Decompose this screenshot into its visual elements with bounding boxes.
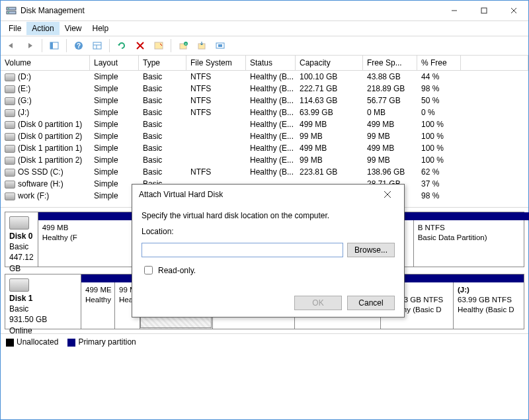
grid-header: Volume Layout Type File System Status Ca… <box>1 56 528 71</box>
refresh-icon[interactable] <box>114 38 130 54</box>
volume-row[interactable]: (E:)SimpleBasicNTFSHealthy (B...222.71 G… <box>1 83 528 95</box>
toolbar: ? + <box>1 36 528 56</box>
volume-grid: Volume Layout Type File System Status Ca… <box>1 56 528 202</box>
drive-icon <box>5 85 15 93</box>
partition[interactable]: 499 MBHealthy (F <box>38 220 79 267</box>
partition[interactable]: 499 MEHealthy <box>81 282 114 329</box>
legend: Unallocated Primary partition <box>1 333 528 350</box>
volume-row[interactable]: (J:)SimpleBasicNTFSHealthy (B...63.99 GB… <box>1 106 528 118</box>
disk-label[interactable]: Disk 1Basic931.50 GBOnline <box>5 274 81 329</box>
location-label: Location: <box>142 227 395 236</box>
svg-point-2 <box>8 8 9 9</box>
dialog-title: Attach Virtual Hard Disk <box>139 190 378 199</box>
svg-rect-17 <box>155 42 163 49</box>
col-capacity[interactable]: Capacity <box>296 56 363 70</box>
drive-icon <box>5 109 15 117</box>
ok-button[interactable]: OK <box>294 296 342 310</box>
volume-row[interactable]: (Disk 1 partition 1)SimpleBasicHealthy (… <box>1 142 528 154</box>
readonly-checkbox-input[interactable] <box>144 266 153 274</box>
col-status[interactable]: Status <box>246 56 296 70</box>
close-button[interactable] <box>499 1 528 21</box>
menu-file[interactable]: File <box>3 22 26 35</box>
svg-rect-5 <box>481 8 487 13</box>
col-layout[interactable]: Layout <box>90 56 139 70</box>
drive-icon <box>5 192 15 200</box>
window-title: Disk Management <box>20 6 439 15</box>
dialog-instruction: Specify the virtual hard disk location o… <box>142 211 395 220</box>
detach-vhd-icon[interactable] <box>212 38 228 54</box>
col-fs[interactable]: File System <box>186 56 246 70</box>
volume-row[interactable]: (G:)SimpleBasicNTFSHealthy (B...114.63 G… <box>1 95 528 106</box>
volume-row[interactable]: (D:)SimpleBasicNTFSHealthy (B...100.10 G… <box>1 71 528 83</box>
disk-icon <box>9 216 29 230</box>
attach-vhd-dialog: Attach Virtual Hard Disk Specify the vir… <box>132 184 405 317</box>
menu-action[interactable]: Action <box>26 22 59 35</box>
partition[interactable]: B NTFSBasic Data Partition) <box>413 220 529 267</box>
forward-button[interactable] <box>22 38 38 54</box>
svg-rect-9 <box>50 42 53 49</box>
volume-row[interactable]: (Disk 1 partition 2)SimpleBasicHealthy (… <box>1 154 528 166</box>
drive-icon <box>5 73 15 81</box>
titlebar: Disk Management <box>1 1 528 21</box>
attach-vhd-icon[interactable] <box>194 38 210 54</box>
disk-label[interactable]: Disk 0Basic447.12 GBOnline <box>5 212 38 267</box>
col-free[interactable]: Free Sp... <box>363 56 417 70</box>
drive-icon <box>5 121 15 129</box>
col-pct[interactable]: % Free <box>417 56 461 70</box>
legend-unallocated: Unallocated <box>6 337 58 347</box>
partition[interactable]: (J:)63.99 GB NTFSHealthy (Basic D <box>453 282 523 329</box>
svg-text:?: ? <box>77 42 81 50</box>
help-icon[interactable]: ? <box>71 38 87 54</box>
menu-help[interactable]: Help <box>87 22 114 35</box>
volume-row[interactable]: OS SSD (C:)SimpleBasicNTFSHealthy (B...2… <box>1 166 528 178</box>
readonly-label: Read-only. <box>158 266 196 275</box>
back-button[interactable] <box>3 38 19 54</box>
drive-icon <box>5 181 15 189</box>
drive-icon <box>5 157 15 165</box>
svg-point-3 <box>8 12 9 13</box>
app-icon <box>6 5 17 16</box>
view-icon[interactable] <box>89 38 105 54</box>
drive-icon <box>5 169 15 177</box>
legend-primary: Primary partition <box>67 337 136 347</box>
maximize-button[interactable] <box>469 1 499 21</box>
svg-rect-12 <box>93 42 101 49</box>
delete-icon[interactable] <box>132 38 148 54</box>
menubar: File Action View Help <box>1 21 528 36</box>
disk-icon <box>9 278 29 292</box>
col-spacer <box>461 56 528 70</box>
drive-icon <box>5 145 15 153</box>
dialog-close-button[interactable] <box>378 185 397 204</box>
dialog-titlebar: Attach Virtual Hard Disk <box>132 185 404 204</box>
readonly-checkbox[interactable]: Read-only. <box>142 264 395 276</box>
properties-icon[interactable] <box>151 38 167 54</box>
menu-view[interactable]: View <box>60 22 87 35</box>
cancel-button[interactable]: Cancel <box>347 296 395 310</box>
drive-icon <box>5 97 15 105</box>
minimize-button[interactable] <box>439 1 469 21</box>
location-input[interactable] <box>142 243 343 257</box>
col-type[interactable]: Type <box>139 56 186 70</box>
browse-button[interactable]: Browse... <box>347 243 395 257</box>
col-volume[interactable]: Volume <box>1 56 90 70</box>
drive-icon <box>5 133 15 141</box>
volume-row[interactable]: (Disk 0 partition 1)SimpleBasicHealthy (… <box>1 118 528 130</box>
svg-text:+: + <box>184 42 187 46</box>
volume-row[interactable]: (Disk 0 partition 2)SimpleBasicHealthy (… <box>1 130 528 142</box>
panel-icon[interactable] <box>46 38 62 54</box>
svg-rect-23 <box>218 44 222 47</box>
new-volume-icon[interactable]: + <box>175 38 191 54</box>
